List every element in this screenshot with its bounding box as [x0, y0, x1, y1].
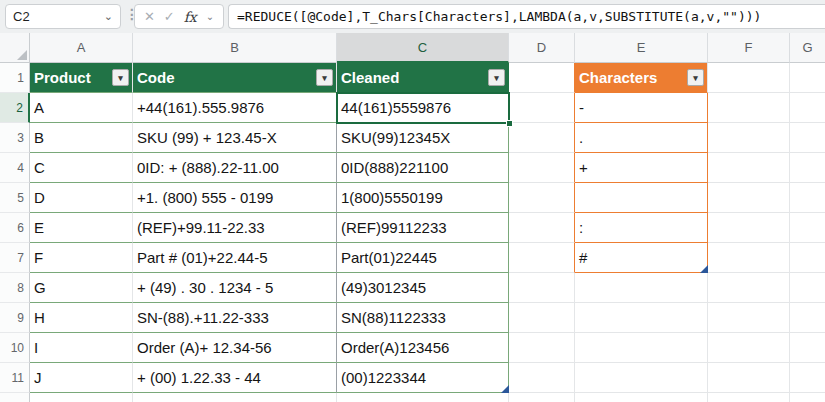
cell-a9[interactable]: H	[30, 303, 133, 333]
column-header-e[interactable]: E	[575, 33, 708, 63]
column-header-d[interactable]: D	[509, 33, 575, 63]
cell-b5[interactable]: +1. (800) 555 - 0199	[133, 183, 337, 213]
cell-f6[interactable]	[708, 213, 790, 243]
cell-c9[interactable]: SN(88)1122333	[337, 303, 509, 333]
cell-f7[interactable]	[708, 243, 790, 273]
cell-a3[interactable]: B	[30, 123, 133, 153]
cell-b9[interactable]: SN-(88).+11.22-333	[133, 303, 337, 333]
cell-d9[interactable]	[509, 303, 575, 333]
cell-e11[interactable]	[575, 363, 708, 393]
cell-e4[interactable]: +	[575, 153, 708, 183]
cell-d12[interactable]	[509, 393, 575, 402]
cell-b8[interactable]: + (49) . 30 . 1234 - 5	[133, 273, 337, 303]
cell-c11[interactable]: (00)1223344	[337, 363, 509, 393]
table-resize-handle-icon[interactable]	[501, 385, 509, 393]
cell-g3[interactable]	[790, 123, 825, 153]
row-header-4[interactable]: 4	[0, 153, 30, 183]
cell-g12[interactable]	[790, 393, 825, 402]
cell-g2[interactable]	[790, 93, 825, 123]
cell-d8[interactable]	[509, 273, 575, 303]
cell-a11[interactable]: J	[30, 363, 133, 393]
cell-f2[interactable]	[708, 93, 790, 123]
cell-f4[interactable]	[708, 153, 790, 183]
chevron-down-icon[interactable]: ⌄	[104, 11, 113, 22]
cell-b1-code-header[interactable]: Code ▾	[133, 63, 337, 93]
cell-g6[interactable]	[790, 213, 825, 243]
cell-c12[interactable]	[337, 393, 509, 402]
enter-icon[interactable]: ✓	[164, 9, 175, 24]
cell-d4[interactable]	[509, 153, 575, 183]
cell-e1-characters-header[interactable]: Characters ▾	[575, 63, 708, 93]
cell-g9[interactable]	[790, 303, 825, 333]
cell-d3[interactable]	[509, 123, 575, 153]
name-box[interactable]: C2 ⌄	[5, 4, 121, 29]
table-resize-handle-icon[interactable]	[700, 265, 708, 273]
select-all-button[interactable]	[0, 33, 30, 63]
cell-b3[interactable]: SKU (99) + 123.45-X	[133, 123, 337, 153]
cell-d1[interactable]	[509, 63, 575, 93]
cell-a1-product-header[interactable]: Product ▾	[30, 63, 133, 93]
insert-function-icon[interactable]: fx	[184, 9, 197, 25]
row-header-11[interactable]: 11	[0, 363, 30, 393]
cell-a6[interactable]: E	[30, 213, 133, 243]
row-header-7[interactable]: 7	[0, 243, 30, 273]
cell-d7[interactable]	[509, 243, 575, 273]
column-header-a[interactable]: A	[30, 33, 133, 63]
cell-d6[interactable]	[509, 213, 575, 243]
cell-a8[interactable]: G	[30, 273, 133, 303]
row-header-8[interactable]: 8	[0, 273, 30, 303]
cell-e10[interactable]	[575, 333, 708, 363]
row-header-3[interactable]: 3	[0, 123, 30, 153]
cell-g8[interactable]	[790, 273, 825, 303]
row-header-9[interactable]: 9	[0, 303, 30, 333]
row-header-6[interactable]: 6	[0, 213, 30, 243]
cell-b11[interactable]: + (00) 1.22.33 - 44	[133, 363, 337, 393]
cell-g7[interactable]	[790, 243, 825, 273]
cell-a7[interactable]: F	[30, 243, 133, 273]
cell-g11[interactable]	[790, 363, 825, 393]
cell-e2[interactable]: -	[575, 93, 708, 123]
cell-f10[interactable]	[708, 333, 790, 363]
cell-c3[interactable]: SKU(99)12345X	[337, 123, 509, 153]
chevron-down-icon[interactable]: ⌄	[206, 11, 214, 22]
cell-b7[interactable]: Part # (01)+22.44-5	[133, 243, 337, 273]
cell-g4[interactable]	[790, 153, 825, 183]
filter-dropdown-icon[interactable]: ▾	[112, 69, 129, 86]
row-header-10[interactable]: 10	[0, 333, 30, 363]
cell-c1-cleaned-header[interactable]: Cleaned ▾	[337, 63, 509, 93]
cell-c10[interactable]: Order(A)123456	[337, 333, 509, 363]
cell-b12[interactable]	[133, 393, 337, 402]
cell-e6[interactable]: :	[575, 213, 708, 243]
filter-dropdown-icon[interactable]: ▾	[488, 69, 505, 86]
cell-b10[interactable]: Order (A)+ 12.34-56	[133, 333, 337, 363]
cell-f11[interactable]	[708, 363, 790, 393]
cell-a4[interactable]: C	[30, 153, 133, 183]
cell-g5[interactable]	[790, 183, 825, 213]
cell-c7[interactable]: Part(01)22445	[337, 243, 509, 273]
cell-d10[interactable]	[509, 333, 575, 363]
column-header-g[interactable]: G	[790, 33, 825, 63]
cell-d11[interactable]	[509, 363, 575, 393]
cell-c5[interactable]: 1(800)5550199	[337, 183, 509, 213]
row-header-12[interactable]: 12	[0, 393, 30, 402]
filter-dropdown-icon[interactable]: ▾	[316, 69, 333, 86]
cell-a12[interactable]	[30, 393, 133, 402]
cell-c8[interactable]: (49)3012345	[337, 273, 509, 303]
filter-dropdown-icon[interactable]: ▾	[687, 69, 704, 86]
cell-g1[interactable]	[790, 63, 825, 93]
cell-e5[interactable]	[575, 183, 708, 213]
column-header-c[interactable]: C	[337, 33, 509, 63]
cell-b4[interactable]: 0ID: + (888).22-11.00	[133, 153, 337, 183]
cell-f12[interactable]	[708, 393, 790, 402]
cell-a2[interactable]: A	[30, 93, 133, 123]
cell-c6[interactable]: (REF)99112233	[337, 213, 509, 243]
cell-f9[interactable]	[708, 303, 790, 333]
cell-c2-selected[interactable]: 44(161)5559876	[337, 93, 509, 123]
row-header-5[interactable]: 5	[0, 183, 30, 213]
cell-e12[interactable]	[575, 393, 708, 402]
cell-f1[interactable]	[708, 63, 790, 93]
cell-d2[interactable]	[509, 93, 575, 123]
cell-g10[interactable]	[790, 333, 825, 363]
cell-e7[interactable]: #	[575, 243, 708, 273]
cell-f8[interactable]	[708, 273, 790, 303]
